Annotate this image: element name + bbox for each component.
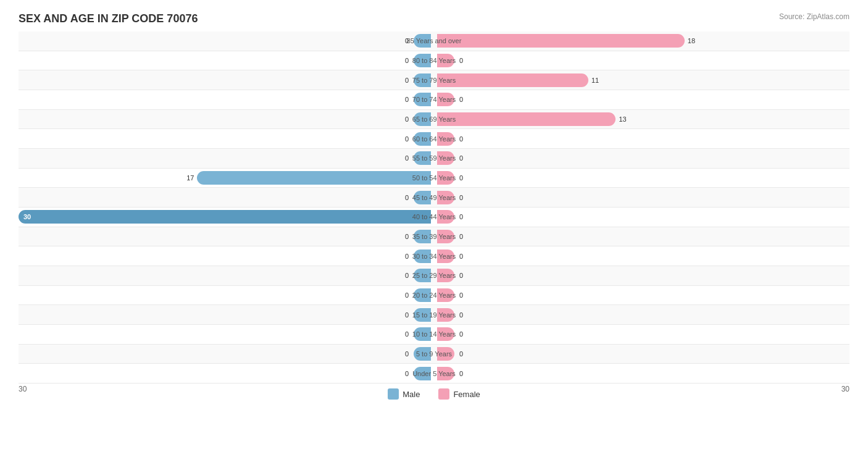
female-zero-label: 0 — [459, 272, 463, 279]
left-side: 0 — [19, 70, 434, 90]
male-zero-label: 0 — [405, 253, 409, 260]
right-side: 11 — [434, 70, 849, 90]
rows-container: 085 Years and over18080 to 84 Years0075 … — [19, 31, 849, 384]
male-zero-label: 0 — [405, 194, 409, 201]
female-stub-bar — [437, 367, 454, 380]
right-side: 0 — [434, 305, 849, 324]
male-zero-label: 0 — [405, 37, 409, 44]
female-zero-label: 0 — [459, 154, 463, 162]
male-stub-bar — [414, 288, 431, 302]
chart-row: 075 to 79 Years11 — [19, 70, 849, 90]
female-zero-label: 0 — [459, 194, 463, 201]
chart-container: SEX AND AGE IN ZIP CODE 70076 Source: Zi… — [0, 0, 868, 457]
right-side: 0 — [434, 188, 849, 207]
female-stub-bar — [437, 347, 454, 361]
male-stub-bar — [414, 308, 431, 322]
male-stub-bar — [414, 93, 431, 106]
right-side: 0 — [434, 266, 849, 285]
male-stub-bar — [414, 269, 431, 282]
chart-row: 055 to 59 Years0 — [19, 149, 849, 169]
left-side: 0 — [19, 90, 434, 109]
female-stub-bar — [437, 151, 454, 165]
right-side: 0 — [434, 169, 849, 188]
male-zero-label: 0 — [405, 311, 409, 319]
right-side: 0 — [434, 90, 849, 109]
chart-row: 025 to 29 Years0 — [19, 266, 849, 286]
female-zero-label: 0 — [459, 57, 463, 64]
female-stub-bar — [437, 191, 454, 204]
right-side: 18 — [434, 31, 849, 51]
male-bar: 30 — [19, 210, 431, 224]
right-side: 0 — [434, 149, 849, 168]
male-zero-label: 0 — [405, 370, 409, 377]
right-side: 0 — [434, 246, 849, 266]
male-zero-label: 0 — [405, 330, 409, 338]
female-stub-bar — [437, 288, 454, 302]
male-zero-label: 0 — [405, 115, 409, 123]
female-stub-bar — [437, 210, 454, 224]
chart-row: 060 to 64 Years0 — [19, 129, 849, 149]
male-stub-bar — [414, 112, 431, 126]
male-zero-label: 0 — [405, 233, 409, 240]
male-stub-bar — [414, 347, 431, 361]
right-side: 0 — [434, 325, 849, 344]
axis-left-label: 30 — [19, 385, 27, 403]
female-zero-label: 0 — [459, 291, 463, 299]
chart-row: 030 to 34 Years0 — [19, 246, 849, 266]
right-side: 0 — [434, 345, 849, 364]
female-stub-bar — [437, 171, 454, 185]
legend-male: Male — [388, 388, 420, 400]
male-stub-bar — [414, 34, 431, 48]
right-side: 0 — [434, 286, 849, 305]
male-stub-bar — [414, 151, 431, 165]
source-label: Source: ZipAtlas.com — [779, 12, 849, 21]
female-stub-bar — [437, 54, 454, 67]
left-side: 0 — [19, 305, 434, 324]
left-side: 0 — [19, 227, 434, 246]
chart-row: 045 to 49 Years0 — [19, 188, 849, 208]
chart-row: 020 to 24 Years0 — [19, 286, 849, 306]
legend-female-label: Female — [453, 390, 480, 399]
female-zero-label: 0 — [459, 135, 463, 143]
male-value-label: 17 — [186, 174, 194, 182]
male-stub-bar — [414, 191, 431, 204]
female-value-label: 11 — [591, 77, 599, 84]
right-side: 0 — [434, 227, 849, 246]
left-side: 0 — [19, 110, 434, 129]
left-side: 0 — [19, 325, 434, 344]
left-side: 0 — [19, 149, 434, 168]
female-swatch — [438, 388, 449, 400]
left-side: 0 — [19, 345, 434, 364]
male-stub-bar — [414, 54, 431, 67]
female-bar: 18 — [437, 34, 685, 48]
female-bar: 13 — [437, 112, 616, 126]
female-stub-bar — [437, 132, 454, 146]
left-side: 0 — [19, 129, 434, 148]
male-zero-label: 0 — [405, 77, 409, 84]
male-stub-bar — [414, 73, 431, 87]
female-zero-label: 0 — [459, 330, 463, 338]
left-side: 0 — [19, 266, 434, 285]
left-side: 0 — [19, 31, 434, 51]
male-zero-label: 0 — [405, 96, 409, 103]
right-side: 0 — [434, 364, 849, 383]
left-side: 0 — [19, 51, 434, 70]
chart-title: SEX AND AGE IN ZIP CODE 70076 — [19, 12, 849, 25]
male-stub-bar — [414, 327, 431, 341]
chart-row: 3040 to 44 Years0 — [19, 208, 849, 227]
female-zero-label: 0 — [459, 96, 463, 103]
chart-row: 015 to 19 Years0 — [19, 305, 849, 325]
male-zero-label: 0 — [405, 291, 409, 299]
male-stub-bar — [414, 230, 431, 243]
chart-area: 085 Years and over18080 to 84 Years0075 … — [19, 31, 849, 402]
chart-row: 035 to 39 Years0 — [19, 227, 849, 247]
male-zero-label: 0 — [405, 272, 409, 279]
female-zero-label: 0 — [459, 213, 463, 220]
male-stub-bar — [414, 367, 431, 380]
chart-row: 080 to 84 Years0 — [19, 51, 849, 71]
left-side: 30 — [19, 208, 434, 227]
right-side: 0 — [434, 51, 849, 70]
male-zero-label: 0 — [405, 350, 409, 358]
female-zero-label: 0 — [459, 174, 463, 182]
male-bar-inside-label: 30 — [23, 213, 31, 220]
